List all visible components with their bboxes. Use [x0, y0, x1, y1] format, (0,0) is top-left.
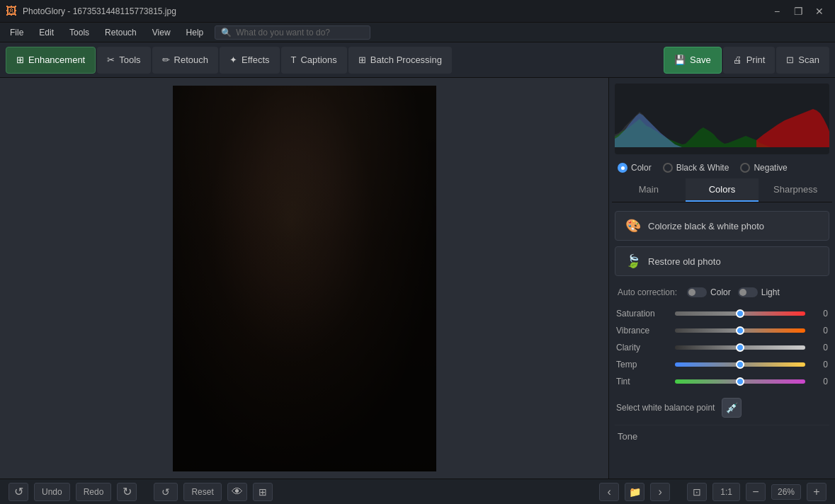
- restore-icon: 🍃: [625, 253, 641, 269]
- restore-button[interactable]: ❐: [788, 4, 808, 18]
- undo-label: Undo: [42, 487, 62, 497]
- minimize-button[interactable]: −: [767, 4, 787, 18]
- tab-main[interactable]: Main: [612, 178, 686, 202]
- tab-colors[interactable]: Colors: [686, 178, 759, 202]
- light-toggle[interactable]: Light: [738, 287, 780, 297]
- enhancement-label: Enhancement: [28, 55, 85, 65]
- colorize-label: Colorize black & white photo: [648, 221, 764, 231]
- folder-button[interactable]: 📁: [625, 483, 644, 501]
- canvas-area[interactable]: [0, 78, 608, 479]
- svg-point-27: [314, 335, 317, 338]
- undo-arrow-button[interactable]: ↺: [8, 483, 28, 501]
- clarity-thumb[interactable]: [736, 343, 744, 352]
- tools-button[interactable]: ✂ Tools: [97, 47, 150, 74]
- captions-button[interactable]: T Captions: [281, 47, 347, 74]
- temp-slider[interactable]: [675, 362, 805, 367]
- scan-icon: ⊡: [786, 55, 794, 65]
- menu-file[interactable]: File: [3, 25, 30, 40]
- tab-sharpness[interactable]: Sharpness: [759, 178, 832, 202]
- effects-button[interactable]: ✦ Effects: [220, 47, 280, 74]
- window-controls: − ❐ ✕: [767, 4, 829, 18]
- prev-button[interactable]: ‹: [599, 483, 619, 501]
- fullscreen-button[interactable]: ⊡: [687, 483, 707, 501]
- svg-point-13: [267, 181, 343, 238]
- clarity-slider[interactable]: [675, 345, 805, 350]
- wb-picker-button[interactable]: 💉: [722, 398, 742, 418]
- colorize-button[interactable]: 🎨 Colorize black & white photo: [615, 211, 829, 241]
- mode-negative[interactable]: Negative: [740, 163, 787, 173]
- reset-icon-button[interactable]: ↺: [154, 483, 178, 501]
- svg-point-29: [380, 328, 405, 339]
- color-toggle[interactable]: Color: [687, 287, 731, 297]
- redo-button[interactable]: Redo: [76, 483, 112, 501]
- tools-label: Tools: [119, 55, 140, 65]
- menubar: File Edit Tools Retouch View Help 🔍 What…: [0, 23, 835, 42]
- menu-edit[interactable]: Edit: [32, 25, 61, 40]
- search-box[interactable]: 🔍 What do you want to do?: [215, 25, 370, 40]
- negative-radio[interactable]: [740, 163, 750, 173]
- panel-content[interactable]: 🎨 Colorize black & white photo 🍃 Restore…: [609, 202, 835, 479]
- temp-label: Temp: [616, 360, 669, 370]
- batch-button[interactable]: ⊞ Batch Processing: [348, 47, 452, 74]
- tone-section-title: Tone: [615, 425, 829, 445]
- mode-color[interactable]: Color: [618, 163, 652, 173]
- bw-radio[interactable]: [663, 163, 673, 173]
- svg-point-7: [248, 340, 361, 471]
- menu-help[interactable]: Help: [179, 25, 211, 40]
- saturation-thumb[interactable]: [736, 309, 744, 318]
- vibrance-slider[interactable]: [675, 328, 805, 333]
- restore-label: Restore old photo: [648, 256, 721, 267]
- menu-tools[interactable]: Tools: [62, 25, 96, 40]
- svg-rect-10: [280, 408, 300, 412]
- save-button[interactable]: 💾 Save: [664, 47, 722, 74]
- redo-arrow-button[interactable]: ↻: [117, 483, 137, 501]
- zoom-in-button[interactable]: +: [807, 483, 827, 501]
- svg-point-23: [290, 336, 293, 338]
- main-area: Color Black & White Negative Main Colors…: [0, 78, 835, 479]
- temp-thumb[interactable]: [736, 360, 744, 369]
- app-icon: 🖼: [6, 5, 18, 18]
- enhancement-button[interactable]: ⊞ Enhancement: [6, 47, 96, 74]
- enhancement-icon: ⊞: [16, 55, 24, 65]
- undo-button[interactable]: Undo: [34, 483, 70, 501]
- next-button[interactable]: ›: [650, 483, 670, 501]
- vibrance-row: Vibrance 0: [615, 326, 829, 336]
- zoom-out-button[interactable]: −: [746, 483, 766, 501]
- scan-button[interactable]: ⊡ Scan: [776, 47, 829, 74]
- retouch-icon: ✏: [162, 55, 170, 65]
- close-button[interactable]: ✕: [810, 4, 829, 18]
- print-icon: 🖨: [733, 55, 742, 65]
- svg-rect-8: [265, 298, 344, 468]
- effects-label: Effects: [242, 55, 270, 65]
- restore-button[interactable]: 🍃 Restore old photo: [615, 246, 829, 276]
- view-button[interactable]: 👁: [227, 483, 247, 501]
- autocorrect-label: Auto correction:: [618, 287, 677, 297]
- retouch-button[interactable]: ✏ Retouch: [152, 47, 218, 74]
- tint-thumb[interactable]: [736, 377, 744, 386]
- svg-point-17: [291, 233, 298, 239]
- tint-label: Tint: [616, 377, 669, 386]
- light-toggle-label: Light: [761, 287, 780, 297]
- batch-label: Batch Processing: [370, 55, 442, 65]
- wb-label: Select white balance point: [616, 403, 715, 413]
- light-toggle-box[interactable]: [738, 287, 758, 297]
- vibrance-thumb[interactable]: [736, 326, 744, 335]
- tint-slider[interactable]: [675, 379, 805, 384]
- tools-icon: ✂: [107, 55, 115, 65]
- ratio-display[interactable]: 1:1: [712, 483, 740, 501]
- saturation-slider[interactable]: [675, 311, 805, 316]
- search-placeholder: What do you want to do?: [236, 28, 330, 38]
- color-toggle-box[interactable]: [687, 287, 707, 297]
- menu-view[interactable]: View: [145, 25, 178, 40]
- captions-icon: T: [291, 55, 297, 65]
- reset-button[interactable]: Reset: [183, 483, 221, 501]
- mode-bw[interactable]: Black & White: [663, 163, 729, 173]
- save-label: Save: [690, 55, 711, 65]
- color-radio[interactable]: [618, 163, 627, 173]
- print-button[interactable]: 🖨 Print: [723, 47, 776, 74]
- menu-retouch[interactable]: Retouch: [98, 25, 144, 40]
- compare-button[interactable]: ⊞: [253, 483, 273, 501]
- batch-icon: ⊞: [358, 55, 366, 65]
- right-panel: Color Black & White Negative Main Colors…: [608, 78, 835, 479]
- print-label: Print: [746, 55, 766, 65]
